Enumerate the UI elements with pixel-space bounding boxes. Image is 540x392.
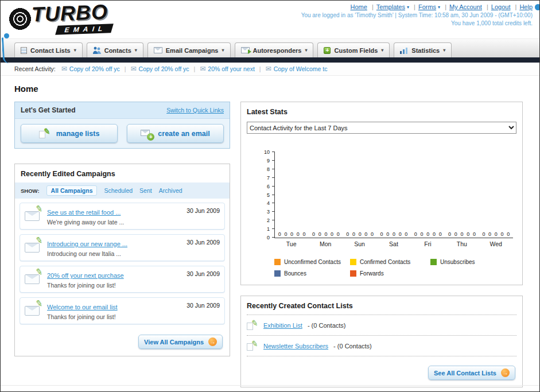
- tab-email-campaigns[interactable]: Email Campaigns ▾: [147, 42, 231, 57]
- login-info: You are logged in as 'Timothy Smith' | S…: [301, 12, 533, 18]
- recent-activity-item[interactable]: ✉ Copy of Welcome tc: [255, 65, 328, 73]
- nav-logout-link[interactable]: Logout: [491, 3, 511, 10]
- corner-dot-icon: [535, 4, 540, 10]
- chevron-down-icon: ▾: [438, 5, 440, 10]
- arrow-right-icon: →: [501, 368, 510, 377]
- content: Home Let's Get Started Switch to Quick L…: [1, 76, 539, 387]
- recent-activity-link[interactable]: Copy of 20% off yc: [69, 65, 120, 72]
- manage-lists-button[interactable]: ✎ manage lists: [21, 124, 118, 143]
- campaign-date: 30 Jun 2009: [187, 302, 220, 309]
- chart-day-labels: TueMonSunSatFriThuWed: [274, 240, 513, 247]
- campaign-list: ✎ See us at the retail food ... We're gi…: [15, 199, 230, 324]
- tab-autoresponders[interactable]: Autoresponders ▾: [235, 42, 314, 57]
- see-all-contact-lists-button[interactable]: See All Contact Lists →: [428, 366, 515, 380]
- nav-item-help[interactable]: Help: [512, 3, 533, 10]
- bar-chart-icon: [400, 47, 408, 54]
- recent-activity-link[interactable]: Copy of Welcome tc: [274, 65, 328, 72]
- tab-contacts[interactable]: Contacts ▾: [87, 42, 143, 57]
- logo-title: TURBO: [31, 2, 112, 25]
- latest-stats-title: Latest Stats: [241, 102, 522, 121]
- tab-archived[interactable]: Archived: [159, 187, 182, 194]
- tab-scheduled[interactable]: Scheduled: [104, 187, 133, 194]
- nav-templates-link[interactable]: Templates: [376, 3, 405, 10]
- main-nav-tabbar: Contact Lists ▾ Contacts ▾ Email Campaig…: [1, 38, 539, 57]
- recent-activity-item[interactable]: ✉ Copy of 20% off yc: [120, 65, 189, 73]
- recent-activity-link[interactable]: Copy of 20% off yc: [139, 65, 189, 72]
- campaign-title-link[interactable]: Welcome to our email list: [47, 304, 118, 311]
- contact-lists-title: Recently Created Contact Lists: [241, 296, 522, 315]
- recent-activity-bar: Recent Activity: ✉ Copy of 20% off yc ✉ …: [1, 63, 539, 76]
- nav-my-account-link[interactable]: My Account: [449, 3, 482, 10]
- nav-item-my-account[interactable]: My Account: [442, 3, 482, 10]
- nav-item-templates[interactable]: Templates▾: [369, 3, 409, 10]
- campaign-item[interactable]: ✎ See us at the retail food ... We're gi…: [20, 203, 225, 230]
- contact-list-link[interactable]: Exhibition List: [263, 322, 302, 329]
- list-item[interactable]: ✎ Newsletter Subscribers - (0 Contacts): [241, 336, 522, 356]
- chart-plot: 0123456789100000000000000000000000000000…: [274, 152, 513, 238]
- pencil-icon: ✎: [35, 298, 44, 309]
- recent-activity-item[interactable]: ✉ 20% off your next: [189, 65, 255, 73]
- contact-list-link[interactable]: Newsletter Subscribers: [263, 343, 328, 350]
- pencil-icon: ✎: [251, 318, 258, 328]
- get-started-body: ✎ manage lists + create an email: [15, 119, 230, 148]
- campaign-title-link[interactable]: Introducing our new range ...: [47, 240, 127, 247]
- create-email-button[interactable]: + create an email: [127, 124, 224, 143]
- chevron-down-icon: ▾: [381, 48, 383, 53]
- legend-item: Confirmed Contacts: [350, 259, 430, 265]
- tab-contact-lists[interactable]: Contact Lists ▾: [14, 42, 83, 57]
- credits-info: You have 1,000 total credits left.: [301, 20, 533, 26]
- header-right: Home Templates▾ Forms▾ My Account Logout…: [301, 3, 533, 26]
- campaign-item[interactable]: ✎ 20% off your next purchase Thanks for …: [20, 266, 225, 293]
- recent-activity-link[interactable]: 20% off your next: [208, 65, 255, 72]
- pencil-icon: ✎: [35, 235, 44, 246]
- tab-statistics[interactable]: Statistics ▾: [394, 42, 452, 57]
- nav-help-link[interactable]: Help: [519, 3, 533, 10]
- email-pencil-icon: ✎: [25, 301, 42, 316]
- stats-period-select[interactable]: Contact Activity for the Last 7 Days: [247, 122, 516, 134]
- left-column: Let's Get Started Switch to Quick Links …: [14, 102, 230, 356]
- envelope-icon: [154, 47, 162, 53]
- chevron-down-icon: ▾: [305, 48, 307, 53]
- campaign-date: 30 Jun 2009: [187, 270, 220, 277]
- campaign-date: 30 Jun 2009: [187, 207, 220, 214]
- campaign-title-link[interactable]: 20% off your next purchase: [47, 272, 124, 279]
- view-all-campaigns-button[interactable]: View All Campaigns →: [138, 335, 223, 349]
- get-started-panel: Let's Get Started Switch to Quick Links …: [14, 102, 230, 149]
- tab-sent[interactable]: Sent: [139, 187, 152, 194]
- campaign-subtitle: Thanks for joining our list!: [47, 282, 181, 289]
- campaign-item[interactable]: ✎ Welcome to our email list Thanks for j…: [20, 297, 225, 324]
- envelope-icon: ✉: [200, 65, 205, 73]
- app-logo[interactable]: TURBO EMAIL: [7, 3, 112, 34]
- recent-contact-lists-panel: Recently Created Contact Lists ✎ Exhibit…: [240, 296, 523, 387]
- nav-item-forms[interactable]: Forms▾: [411, 3, 440, 10]
- legend-swatch: [430, 259, 437, 265]
- campaign-subtitle: Thanks for joining our list!: [47, 313, 181, 320]
- legend-label: Unconfirmed Contacts: [284, 259, 341, 265]
- pencil-paper-icon: ✎: [247, 320, 258, 330]
- campaign-item[interactable]: ✎ Introducing our new range ... Introduc…: [20, 234, 225, 261]
- nav-item-logout[interactable]: Logout: [484, 3, 511, 10]
- tab-all-campaigns[interactable]: All Campaigns: [46, 185, 98, 196]
- nav-forms-link[interactable]: Forms: [418, 3, 436, 10]
- plus-icon: +: [147, 133, 154, 141]
- pencil-icon: ✎: [251, 339, 258, 348]
- chevron-down-icon: ▾: [135, 48, 137, 53]
- autoresponder-icon: [241, 47, 250, 53]
- chevron-down-icon: ▾: [407, 5, 409, 10]
- switch-quick-links[interactable]: Switch to Quick Links: [166, 107, 224, 114]
- campaign-subtitle: Introducing our new Italia ...: [47, 250, 181, 257]
- campaign-title-link[interactable]: See us at the retail food ...: [47, 209, 121, 216]
- nav-home-link[interactable]: Home: [351, 3, 367, 10]
- nav-item-home[interactable]: Home: [351, 3, 367, 10]
- envelope-plus-icon: +: [141, 130, 152, 138]
- legend-item: Unconfirmed Contacts: [274, 259, 350, 265]
- page-title: Home: [14, 84, 539, 94]
- chart-legend: Unconfirmed Contacts Confirmed Contacts …: [274, 259, 513, 277]
- tab-custom-fields[interactable]: + Custom Fields ▾: [317, 42, 390, 57]
- manage-lists-label: manage lists: [56, 130, 100, 138]
- recent-activity-item[interactable]: ✉ Copy of 20% off yc: [61, 65, 120, 73]
- list-item[interactable]: ✎ Exhibition List - (0 Contacts): [241, 315, 522, 335]
- top-nav: Home Templates▾ Forms▾ My Account Logout…: [301, 3, 533, 10]
- get-started-header: Let's Get Started Switch to Quick Links: [15, 102, 230, 119]
- get-started-title: Let's Get Started: [21, 106, 76, 114]
